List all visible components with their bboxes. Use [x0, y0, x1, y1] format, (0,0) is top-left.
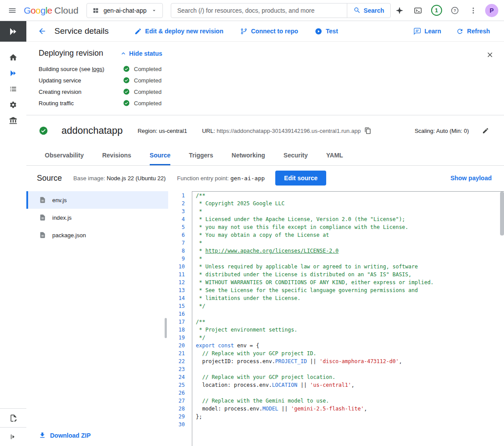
- code-line: export const env = {: [196, 342, 504, 350]
- tab-source[interactable]: Source: [150, 145, 170, 165]
- notifications-button[interactable]: 1: [428, 2, 445, 19]
- project-selector[interactable]: gen-ai-chat-app: [86, 3, 163, 18]
- toolbar-right-actions: Learn Refresh: [408, 24, 495, 39]
- learn-label: Learn: [425, 28, 441, 35]
- service-header: addonchatapp Region: us-central1 URL: ht…: [26, 115, 504, 145]
- tab-observability[interactable]: Observability: [45, 145, 84, 165]
- deploying-revision-panel: Deploying revision Hide status Building …: [26, 42, 504, 115]
- base-image-label: Base image:: [73, 175, 105, 182]
- connect-repo-label: Connect to repo: [251, 28, 298, 35]
- repo-branch-icon: [240, 28, 248, 35]
- tab-networking[interactable]: Networking: [232, 145, 265, 165]
- code-line: // Replace with the Gemini model to use.: [196, 397, 504, 405]
- code-line: *: [196, 255, 504, 263]
- entry-point-value: gen-ai-app: [230, 175, 265, 182]
- deploy-step-label: Updating service: [39, 77, 123, 84]
- check-circle-icon: [123, 77, 130, 84]
- gemini-sparkle-icon: [395, 6, 404, 15]
- learn-button[interactable]: Learn: [408, 24, 446, 39]
- search-button[interactable]: Search: [347, 4, 390, 18]
- region-label: Region:: [137, 128, 157, 134]
- main-menu-button[interactable]: [4, 2, 21, 19]
- cloud-shell-button[interactable]: [409, 2, 427, 19]
- show-payload-link[interactable]: Show payload: [450, 175, 492, 182]
- account-button[interactable]: P: [483, 2, 500, 19]
- connect-to-repo-button[interactable]: Connect to repo: [235, 24, 303, 39]
- file-item-index.js[interactable]: index.js: [26, 209, 168, 226]
- edit-source-button[interactable]: Edit source: [275, 171, 326, 186]
- tab-security[interactable]: Security: [284, 145, 308, 165]
- code-lines[interactable]: /** * Copyright 2025 Google LLC * * Lice…: [192, 191, 504, 446]
- file-name: index.js: [52, 214, 72, 221]
- back-button[interactable]: [33, 22, 51, 40]
- logo-word-google: Google: [24, 5, 52, 16]
- source-header: Source Base image: Node.js 22 (Ubuntu 22…: [26, 166, 504, 190]
- download-zip-link[interactable]: Download ZIP: [39, 432, 156, 439]
- deploy-step: Updating serviceCompleted: [39, 75, 495, 86]
- download-area: Download ZIP: [26, 424, 168, 446]
- tab-triggers[interactable]: Triggers: [189, 145, 213, 165]
- search-input[interactable]: [171, 4, 347, 18]
- release-notes-button[interactable]: [3, 409, 24, 427]
- close-panel-button[interactable]: [482, 47, 498, 63]
- search-icon: [353, 7, 361, 14]
- sidebar-item-domains[interactable]: [3, 113, 24, 128]
- refresh-button[interactable]: Refresh: [451, 24, 495, 39]
- code-gutter: 1234567891011121314151617181920212223242…: [168, 191, 192, 446]
- file-name: package.json: [52, 232, 86, 239]
- code-line: * You may obtain a copy of the License a…: [196, 231, 504, 239]
- service-tabs: ObservabilityRevisionsSourceTriggersNetw…: [26, 145, 504, 166]
- gemini-button[interactable]: [391, 2, 408, 19]
- edit-scaling-button[interactable]: [479, 124, 493, 138]
- code-scrollbar[interactable]: [500, 192, 504, 446]
- code-line: * limitations under the License.: [196, 294, 504, 302]
- search-button-label: Search: [364, 7, 384, 14]
- sidebar-item-services[interactable]: [3, 65, 24, 81]
- more-options-button[interactable]: [464, 2, 482, 19]
- edit-pencil-icon: [482, 127, 489, 134]
- tab-yaml[interactable]: YAML: [326, 145, 343, 165]
- code-line: * http://www.apache.org/licenses/LICENSE…: [196, 247, 504, 255]
- service-status-check-icon: [39, 126, 48, 136]
- scaling-info: Scaling: Auto (Min: 0): [414, 128, 469, 134]
- code-line: /**: [196, 192, 504, 200]
- google-cloud-logo[interactable]: Google Cloud: [24, 5, 79, 16]
- play-circle-icon: [315, 28, 322, 35]
- download-zip-label: Download ZIP: [50, 432, 91, 439]
- svg-text:?: ?: [454, 8, 456, 13]
- help-icon: ?: [450, 6, 459, 15]
- list-icon: [9, 85, 18, 93]
- code-scrollbar-thumb[interactable]: [500, 192, 504, 235]
- close-icon: [486, 51, 494, 59]
- file-panel-scrollbar[interactable]: [165, 318, 167, 338]
- sidebar-item-integrations[interactable]: [3, 97, 24, 113]
- help-button[interactable]: ?: [446, 2, 464, 19]
- logs-link[interactable]: logs: [92, 66, 102, 72]
- file-item-env.js[interactable]: env.js: [26, 191, 168, 209]
- deploy-step-status: Completed: [123, 100, 162, 107]
- deploy-step: Building source (see logs)Completed: [39, 63, 495, 75]
- copy-url-button[interactable]: [361, 124, 375, 138]
- url-value: https://addonchatapp-301439142196.us-cen…: [216, 128, 360, 134]
- code-line: model: process.env.MODEL || 'gemini-2.5-…: [196, 405, 504, 413]
- code-line: */: [196, 302, 504, 310]
- code-line: * Copyright 2025 Google LLC: [196, 200, 504, 207]
- sidebar-item-home[interactable]: [3, 50, 24, 65]
- left-navigation-rail: [0, 21, 26, 446]
- tab-revisions[interactable]: Revisions: [102, 145, 131, 165]
- top-navigation-bar: Google Cloud gen-ai-chat-app Search 1 ? …: [0, 0, 504, 21]
- edit-deploy-revision-button[interactable]: Edit & deploy new revision: [129, 24, 229, 39]
- expand-panel-button[interactable]: [3, 428, 24, 446]
- file-item-package.json[interactable]: package.json: [26, 226, 168, 244]
- home-icon: [9, 53, 18, 62]
- deploy-step: Routing trafficCompleted: [39, 97, 495, 109]
- service-region: Region: us-central1: [137, 128, 187, 134]
- sidebar-item-jobs-list[interactable]: [3, 81, 24, 97]
- header-actions: 1 ? P: [391, 2, 500, 19]
- vertical-dots-icon: [469, 7, 477, 14]
- project-icon: [92, 7, 99, 14]
- building-icon: [9, 116, 18, 125]
- test-button[interactable]: Test: [310, 24, 343, 39]
- code-line: *: [196, 239, 504, 247]
- hide-status-toggle[interactable]: Hide status: [120, 50, 162, 57]
